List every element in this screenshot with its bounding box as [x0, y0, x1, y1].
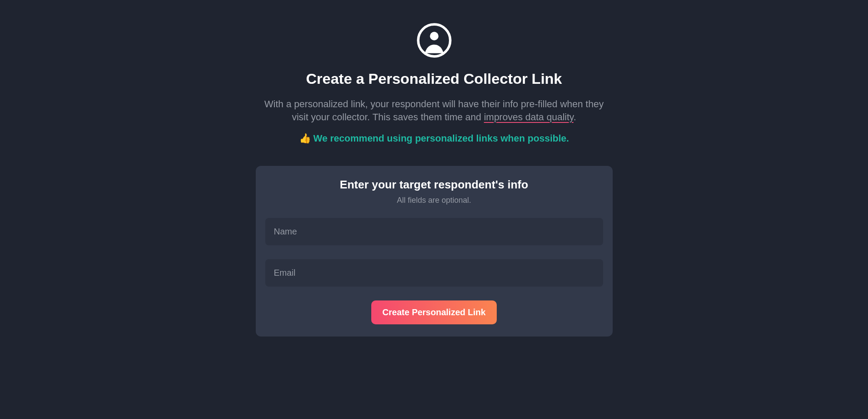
user-circle-icon: [416, 23, 452, 58]
form-subtitle: All fields are optional.: [397, 196, 471, 205]
description-text: With a personalized link, your responden…: [252, 98, 617, 123]
main-content: Create a Personalized Collector Link Wit…: [252, 23, 617, 337]
form-card: Enter your target respondent's info All …: [256, 166, 613, 337]
recommendation-text: 👍We recommend using personalized links w…: [299, 133, 569, 144]
name-field[interactable]: [265, 218, 603, 245]
description-suffix: .: [574, 112, 576, 122]
description-underlined: improves data quality: [484, 112, 573, 122]
create-link-button[interactable]: Create Personalized Link: [371, 300, 497, 324]
thumbs-up-icon: 👍: [299, 133, 311, 144]
email-field[interactable]: [265, 259, 603, 287]
form-title: Enter your target respondent's info: [340, 178, 528, 191]
recommend-label: We recommend using personalized links wh…: [314, 133, 569, 144]
svg-point-1: [430, 32, 439, 40]
page-title: Create a Personalized Collector Link: [306, 70, 562, 87]
